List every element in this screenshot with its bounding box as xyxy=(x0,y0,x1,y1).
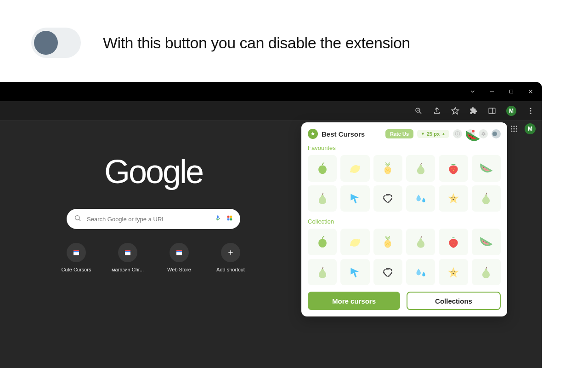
svg-point-60 xyxy=(453,244,454,245)
cursor-item-lemon[interactable] xyxy=(340,229,369,255)
cursor-item-star[interactable] xyxy=(439,259,468,286)
svg-point-64 xyxy=(452,271,452,272)
svg-point-12 xyxy=(530,112,531,114)
svg-line-66 xyxy=(486,267,487,269)
svg-point-20 xyxy=(514,131,515,132)
shortcut-item[interactable]: Web Store xyxy=(161,243,198,272)
svg-point-46 xyxy=(453,170,454,171)
svg-point-45 xyxy=(454,168,455,169)
cursor-item-pear[interactable] xyxy=(308,185,337,212)
cursor-item-water-drops[interactable] xyxy=(406,259,435,286)
svg-rect-1 xyxy=(510,90,513,93)
cursor-item-strawberry[interactable] xyxy=(439,229,468,255)
zoom-icon[interactable] xyxy=(414,107,423,115)
share-icon[interactable] xyxy=(433,107,441,115)
cursor-item-pear-light[interactable] xyxy=(406,229,435,255)
ntp-avatar[interactable]: M xyxy=(525,123,536,134)
shortcut-label: магазин Chr... xyxy=(109,267,146,272)
window-dropdown-icon[interactable] xyxy=(469,88,476,95)
lens-search-icon[interactable] xyxy=(226,215,233,223)
cursor-item-pear-2[interactable] xyxy=(472,185,501,212)
svg-point-22 xyxy=(75,216,79,220)
svg-point-65 xyxy=(454,271,455,272)
cursor-item-arrow-cursor[interactable] xyxy=(340,185,369,212)
cursor-item-water-drops[interactable] xyxy=(406,185,435,212)
info-icon[interactable] xyxy=(453,129,462,138)
shortcut-item[interactable]: Cute Cursors xyxy=(58,243,95,272)
cursor-item-pear[interactable] xyxy=(308,259,337,286)
instruction-row: With this button you can disable the ext… xyxy=(0,0,588,76)
svg-point-18 xyxy=(516,128,517,130)
cursor-item-pear-light[interactable] xyxy=(406,155,435,182)
extension-title: Best Cursors xyxy=(322,130,382,138)
svg-line-49 xyxy=(322,193,323,195)
svg-point-19 xyxy=(511,131,512,132)
store-icon xyxy=(118,243,137,262)
search-bar[interactable] xyxy=(67,209,240,229)
bookmark-star-icon[interactable] xyxy=(451,107,459,115)
svg-point-14 xyxy=(514,126,515,127)
svg-point-50 xyxy=(452,197,452,198)
cursor-item-heart-pixel[interactable] xyxy=(373,259,402,286)
apps-grid-icon[interactable] xyxy=(510,125,518,133)
cursor-item-strawberry[interactable] xyxy=(439,155,468,182)
rate-us-button[interactable]: Rate Us xyxy=(385,129,413,138)
size-increase-icon[interactable]: ▲ xyxy=(441,132,446,136)
cursor-item-pear-2[interactable] xyxy=(472,259,501,286)
svg-line-57 xyxy=(421,236,422,238)
search-icon xyxy=(74,214,81,224)
extension-popup: Best Cursors Rate Us ▼ 25 px ▲ xyxy=(301,122,507,316)
extension-footer: More cursors Collections xyxy=(308,292,501,310)
collections-button[interactable]: Collections xyxy=(407,292,501,310)
svg-line-5 xyxy=(419,112,421,114)
cursor-item-apple[interactable] xyxy=(308,229,337,255)
side-panel-icon[interactable] xyxy=(488,107,496,115)
disable-toggle[interactable] xyxy=(31,28,81,58)
svg-point-15 xyxy=(516,126,517,127)
extensions-icon[interactable] xyxy=(469,107,478,115)
cursor-item-watermelon[interactable] xyxy=(472,155,501,182)
profile-avatar[interactable]: M xyxy=(506,106,516,116)
ntp-top-right: M xyxy=(510,123,536,134)
cursor-item-arrow-cursor[interactable] xyxy=(340,259,369,286)
cursor-item-watermelon[interactable] xyxy=(472,229,501,255)
window-close-icon[interactable] xyxy=(527,88,534,95)
browser-window: M M Google xyxy=(0,82,542,368)
settings-gear-icon[interactable] xyxy=(479,129,488,138)
window-maximize-icon[interactable] xyxy=(508,88,514,95)
cursor-item-pineapple[interactable] xyxy=(373,229,402,255)
cursor-item-pineapple[interactable] xyxy=(373,155,402,182)
watermelon-cursor-icon xyxy=(466,131,480,144)
cursor-item-apple[interactable] xyxy=(308,155,337,182)
svg-point-21 xyxy=(516,131,517,132)
plus-icon xyxy=(221,243,240,262)
svg-point-39 xyxy=(349,164,361,174)
favourites-grid xyxy=(308,155,501,212)
window-minimize-icon[interactable] xyxy=(489,88,495,95)
voice-search-icon[interactable] xyxy=(215,215,221,223)
shortcut-item[interactable]: Add shortcut xyxy=(212,243,249,272)
cursor-item-star[interactable] xyxy=(439,185,468,212)
cursor-item-heart-pixel[interactable] xyxy=(373,185,402,212)
cursor-size-value: 25 px xyxy=(427,131,440,137)
search-input[interactable] xyxy=(87,216,209,223)
shortcut-label: Web Store xyxy=(161,267,198,272)
svg-point-53 xyxy=(349,237,361,248)
collection-heading: Collection xyxy=(308,218,501,225)
svg-rect-25 xyxy=(230,216,232,218)
svg-point-17 xyxy=(514,128,515,130)
svg-rect-8 xyxy=(489,108,495,114)
svg-point-11 xyxy=(530,110,531,111)
cursor-size-control[interactable]: ▼ 25 px ▲ xyxy=(417,130,449,138)
svg-marker-7 xyxy=(452,107,459,114)
favourites-heading: Favourites xyxy=(308,144,501,151)
window-titlebar xyxy=(0,82,542,101)
extension-toggle-knob xyxy=(492,132,497,136)
more-cursors-button[interactable]: More cursors xyxy=(308,292,400,310)
shortcut-item[interactable]: магазин Chr... xyxy=(109,243,146,272)
browser-menu-icon[interactable] xyxy=(526,107,535,115)
svg-point-68 xyxy=(472,136,473,137)
size-decrease-icon[interactable]: ▼ xyxy=(421,132,425,136)
extension-toggle[interactable] xyxy=(492,129,501,138)
cursor-item-lemon[interactable] xyxy=(340,155,369,182)
